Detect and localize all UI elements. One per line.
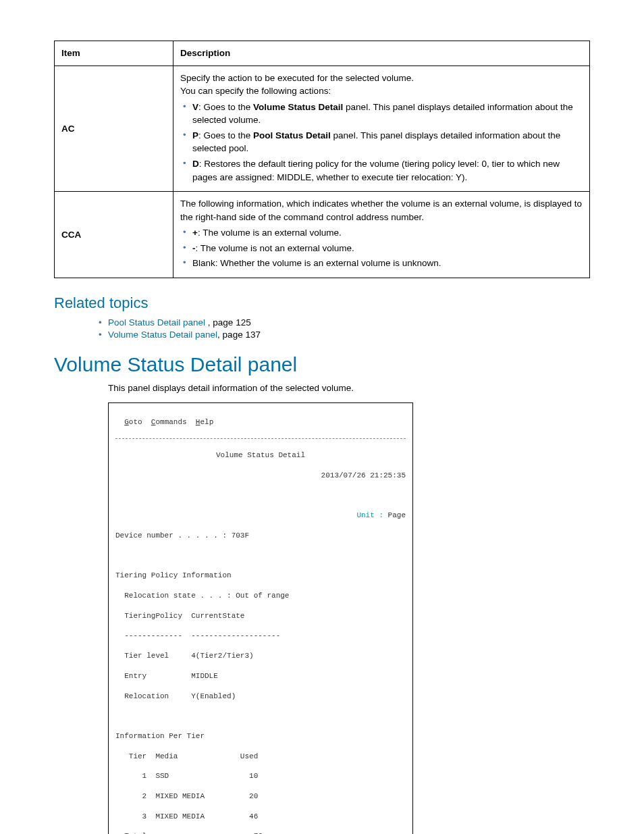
list-item: +: The volume is an external volume. (192, 226, 583, 240)
bullet-text: : Restores the default tiering policy fo… (192, 159, 560, 182)
list-item: V: Goes to the Volume Status Detail pane… (192, 101, 583, 127)
item-cell-cca: CCA (55, 192, 173, 278)
bullet-text: : Goes to the (198, 130, 253, 140)
list-item: Volume Status Detail panel, page 137 (108, 330, 590, 340)
section-heading: Volume Status Detail panel (54, 353, 590, 376)
header-item: Item (55, 41, 173, 66)
bullet-text: : Goes to the (198, 102, 253, 112)
list-item: -: The volume is not an external volume. (192, 242, 583, 255)
header-description: Description (173, 41, 590, 66)
tpi-row: TieringPolicy CurrentState (115, 611, 406, 621)
tpi-row: Tier level 4(Tier2/Tier3) (115, 651, 406, 661)
section-intro: This panel displays detail information o… (108, 383, 590, 393)
table-header-row: Item Description (55, 41, 590, 66)
bullet-key2: Volume Status Detail (253, 102, 343, 112)
ipt-heading: Information Per Tier (115, 731, 406, 741)
ipt-row: Total . . . . . : 76 (115, 831, 406, 834)
desc-bullets: V: Goes to the Volume Status Detail pane… (180, 101, 583, 184)
bullet-text: : The volume is not an external volume. (196, 243, 354, 253)
related-topics-heading: Related topics (54, 294, 590, 312)
menu-help: elp (200, 418, 213, 426)
tpi-row: ------------- -------------------- (115, 631, 406, 641)
terminal-title: Volume Status Detail (115, 450, 406, 461)
link-pool-status-detail[interactable]: Pool Status Detail panel (108, 317, 208, 328)
terminal-unit: Unit : Page (115, 511, 406, 521)
bullet-key: + (192, 228, 198, 238)
page-ref: , page 125 (208, 317, 251, 328)
ipt-row: 3 MIXED MEDIA 46 (115, 812, 406, 822)
description-table: Item Description AC Specify the action t… (54, 41, 590, 278)
terminal-blank (115, 491, 406, 501)
item-cell-ac: AC (55, 66, 173, 192)
table-row: AC Specify the action to be executed for… (55, 66, 590, 192)
terminal-device: Device number . . . . . : 703F (115, 531, 406, 541)
bullet-key2: Pool Status Detail (253, 130, 331, 140)
terminal-wrap: Goto Commands Help Volume Status Detail … (108, 402, 590, 834)
tpi-heading: Tiering Policy Information (115, 571, 406, 581)
table-row: CCA The following information, which ind… (55, 192, 590, 278)
terminal-blank (115, 711, 406, 721)
ipt-row: 2 MIXED MEDIA 20 (115, 791, 406, 802)
bullet-key: D (192, 159, 199, 169)
terminal-timestamp: 2013/07/26 21:25:35 (115, 471, 406, 481)
ipt-row: Tier Media Used (115, 752, 406, 762)
desc-intro: Specify the action to be executed for th… (180, 72, 583, 85)
terminal-blank (115, 551, 406, 561)
unit-value: Page (388, 511, 406, 519)
bullet-text: Blank: Whether the volume is an external… (192, 258, 441, 268)
tpi-row: Relocation Y(Enabled) (115, 692, 406, 702)
desc-cell-cca: The following information, which indicat… (173, 192, 590, 278)
link-volume-status-detail[interactable]: Volume Status Detail panel (108, 330, 217, 340)
terminal-menu: Goto Commands Help (115, 417, 406, 427)
ipt-row: 1 SSD 10 (115, 771, 406, 781)
menu-goto: oto (129, 418, 151, 426)
desc-cell-ac: Specify the action to be executed for th… (173, 66, 590, 192)
bullet-key: P (192, 130, 198, 140)
list-item: Pool Status Detail panel , page 125 (108, 317, 590, 328)
terminal-divider (115, 438, 406, 439)
page-ref: , page 137 (217, 330, 261, 340)
list-item: P: Goes to the Pool Status Detail panel.… (192, 129, 583, 155)
related-topics-list: Pool Status Detail panel , page 125 Volu… (108, 317, 590, 340)
unit-label: Unit : (356, 511, 387, 519)
bullet-text: : The volume is an external volume. (198, 228, 342, 238)
menu-goto-key: G (124, 418, 129, 426)
menu-commands: ommands (155, 418, 195, 426)
tpi-row: Relocation state . . . : Out of range (115, 591, 406, 601)
list-item: D: Restores the default tiering policy f… (192, 157, 583, 184)
list-item: Blank: Whether the volume is an external… (192, 257, 583, 270)
desc-intro: The following information, which indicat… (180, 197, 583, 224)
desc-bullets: +: The volume is an external volume. -: … (180, 226, 583, 270)
desc-intro: You can specify the following actions: (180, 84, 583, 98)
bullet-key: V (192, 102, 198, 112)
tpi-row: Entry MIDDLE (115, 671, 406, 681)
terminal-panel: Goto Commands Help Volume Status Detail … (108, 402, 413, 834)
